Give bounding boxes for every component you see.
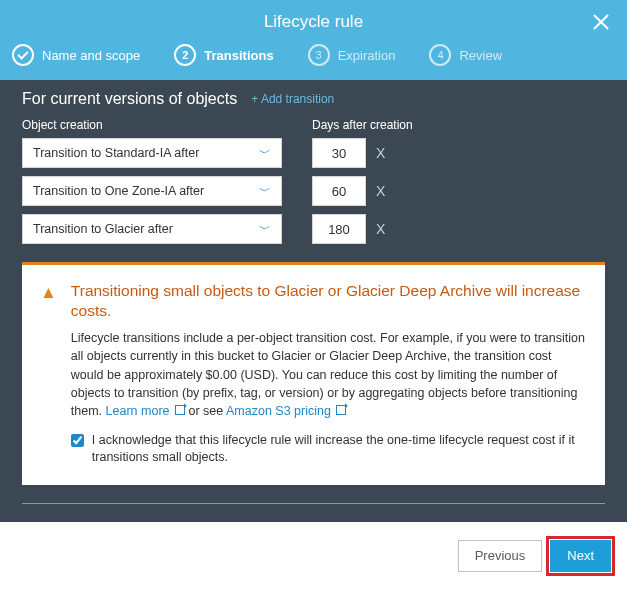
step-label: Expiration bbox=[338, 48, 396, 63]
remove-row-button[interactable]: X bbox=[376, 183, 385, 199]
modal-header: Lifecycle rule bbox=[0, 0, 627, 44]
select-value: Transition to Standard-IA after bbox=[33, 146, 199, 160]
add-transition-link[interactable]: + Add transition bbox=[251, 92, 334, 106]
storage-class-select[interactable]: Transition to Standard-IA after ﹀ bbox=[22, 138, 282, 168]
cost-warning-box: ▲ Transitioning small objects to Glacier… bbox=[22, 262, 605, 485]
modal-body: For current versions of objects + Add tr… bbox=[0, 80, 627, 522]
transition-row: Transition to One Zone-IA after ﹀ X bbox=[22, 176, 605, 206]
step-name-and-scope[interactable]: Name and scope bbox=[12, 44, 140, 66]
section-title: For current versions of objects bbox=[22, 90, 237, 108]
external-link-icon bbox=[336, 405, 346, 415]
warning-icon: ▲ bbox=[40, 283, 57, 467]
column-header-object: Object creation bbox=[22, 118, 312, 132]
select-value: Transition to One Zone-IA after bbox=[33, 184, 204, 198]
step-label: Review bbox=[459, 48, 502, 63]
external-link-icon bbox=[175, 405, 185, 415]
step-number-icon: 2 bbox=[174, 44, 196, 66]
column-header-days: Days after creation bbox=[312, 118, 413, 132]
step-bar: Name and scope 2 Transitions 3 Expiratio… bbox=[0, 44, 627, 80]
modal-title: Lifecycle rule bbox=[264, 12, 363, 32]
step-review[interactable]: 4 Review bbox=[429, 44, 502, 66]
chevron-down-icon: ﹀ bbox=[259, 221, 271, 238]
warning-title: Transitioning small objects to Glacier o… bbox=[71, 281, 587, 321]
divider bbox=[22, 503, 605, 504]
chevron-down-icon: ﹀ bbox=[259, 145, 271, 162]
learn-more-link[interactable]: Learn more bbox=[106, 404, 185, 418]
step-number-icon: 3 bbox=[308, 44, 330, 66]
remove-row-button[interactable]: X bbox=[376, 221, 385, 237]
transition-row: Transition to Standard-IA after ﹀ X bbox=[22, 138, 605, 168]
pricing-link[interactable]: Amazon S3 pricing bbox=[226, 404, 346, 418]
step-expiration[interactable]: 3 Expiration bbox=[308, 44, 396, 66]
previous-button[interactable]: Previous bbox=[458, 540, 543, 572]
storage-class-select[interactable]: Transition to One Zone-IA after ﹀ bbox=[22, 176, 282, 206]
step-label: Transitions bbox=[204, 48, 273, 63]
days-input[interactable] bbox=[312, 138, 366, 168]
remove-row-button[interactable]: X bbox=[376, 145, 385, 161]
transition-row: Transition to Glacier after ﹀ X bbox=[22, 214, 605, 244]
acknowledge-checkbox[interactable] bbox=[71, 434, 84, 447]
step-label: Name and scope bbox=[42, 48, 140, 63]
chevron-down-icon: ﹀ bbox=[259, 183, 271, 200]
step-number-icon: 4 bbox=[429, 44, 451, 66]
acknowledge-text: I acknowledge that this lifecycle rule w… bbox=[92, 432, 587, 467]
storage-class-select[interactable]: Transition to Glacier after ﹀ bbox=[22, 214, 282, 244]
check-icon bbox=[12, 44, 34, 66]
warning-text: Lifecycle transitions include a per-obje… bbox=[71, 329, 587, 420]
modal-footer: Previous Next bbox=[0, 522, 627, 590]
next-button[interactable]: Next bbox=[550, 540, 611, 572]
step-transitions[interactable]: 2 Transitions bbox=[174, 44, 273, 66]
select-value: Transition to Glacier after bbox=[33, 222, 173, 236]
days-input[interactable] bbox=[312, 176, 366, 206]
close-icon[interactable] bbox=[591, 12, 611, 32]
days-input[interactable] bbox=[312, 214, 366, 244]
